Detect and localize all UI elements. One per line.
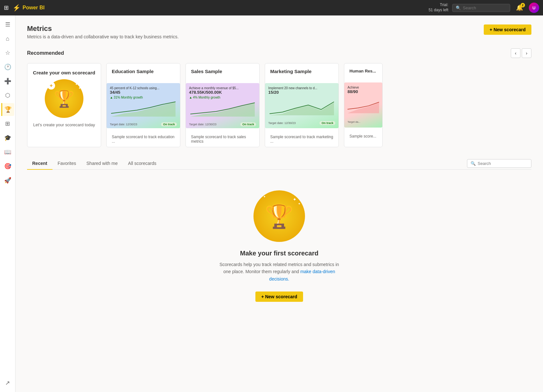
sparkle-2: ✦ — [78, 86, 81, 90]
tab-search-container[interactable]: 🔍 — [467, 159, 531, 168]
empty-trophy-circle: ✦ ✦ ✦ 🏆 — [253, 190, 305, 242]
tabs-bar: Recent Favorites Shared with me All scor… — [27, 158, 531, 170]
mkt-chart — [268, 99, 335, 116]
new-scorecard-button[interactable]: + New scorecard — [484, 24, 531, 35]
hr-desc: Sample score... — [344, 131, 382, 142]
tab-shared[interactable]: Shared with me — [81, 158, 123, 170]
marketing-sample-card[interactable]: Marketing Sample Implement 20 new channe… — [265, 63, 339, 147]
edu-status: On track — [161, 122, 177, 126]
sidebar-item-home[interactable]: ⌂ — [1, 32, 14, 45]
topbar-search[interactable]: 🔍 — [452, 4, 510, 12]
human-resources-card[interactable]: Human Res... Achieve 88/90 — [344, 63, 383, 147]
sidebar-item-browse[interactable]: 📖 — [1, 146, 14, 158]
sidebar-item-learn[interactable]: 🎓 — [1, 131, 14, 144]
edu-metric-value: 34/45 — [110, 90, 177, 95]
education-preview: 45 percent of K-12 schools using... 34/4… — [107, 83, 180, 128]
page-header-text: Metrics Metrics is a data-driven and col… — [27, 24, 179, 39]
cards-container: Create your own scorecard + ✦ ✦ 🏆 Let's … — [27, 63, 531, 147]
marketing-preview: Implement 20 new channels to d... 15/20 … — [265, 83, 338, 128]
create-card-desc: Let's create your scorecard today — [33, 122, 95, 127]
sidebar-item-collapse[interactable]: ↗ — [1, 377, 14, 389]
sales-card-title: Sales Sample — [191, 69, 254, 74]
sales-sample-card[interactable]: Sales Sample Achieve a monthly revenue o… — [186, 63, 260, 147]
nav-arrows: ‹ › — [511, 48, 531, 58]
plus-icon: + — [47, 82, 55, 90]
sales-bottom: Target date: 12/30/23 On track — [186, 120, 259, 128]
tab-all[interactable]: All scorecards — [123, 158, 162, 170]
empty-trophy-icon: 🏆 — [265, 203, 294, 230]
sales-metric-value: 478.55K/500.00K — [189, 90, 256, 95]
hr-card-title: Human Res... — [349, 69, 377, 73]
edu-chart — [110, 100, 177, 117]
empty-state: ✦ ✦ ✦ 🏆 Make your first scorecard Scorec… — [27, 177, 531, 315]
svg-marker-3 — [348, 103, 379, 113]
hr-preview: Achieve 88/90 Target da... — [344, 82, 382, 128]
sales-status: On track — [240, 122, 256, 126]
prev-arrow[interactable]: ‹ — [511, 48, 520, 58]
sidebar-item-goals[interactable]: 🎯 — [1, 160, 14, 173]
empty-sparkle-3: ✦ — [263, 195, 266, 198]
education-card-title: Education Sample — [112, 69, 175, 74]
sidebar: ☰ ⌂ ☆ 🕐 ➕ ⬡ 🏆 ⊞ 🎓 📖 🎯 🚀 ↗ — [0, 15, 15, 392]
grid-icon[interactable]: ⊞ — [4, 4, 9, 11]
trophy-icon: 🏆 — [54, 89, 75, 109]
edu-growth: ▲31% Monthly growth — [110, 96, 177, 99]
sidebar-item-metrics[interactable]: 🏆 — [1, 103, 14, 116]
page-header: Metrics Metrics is a data-driven and col… — [27, 24, 531, 39]
user-avatar[interactable]: U — [529, 3, 539, 13]
trial-info: Trial: 51 days left — [429, 3, 448, 13]
recommended-title: Recommended — [27, 50, 64, 56]
main-content: Metrics Metrics is a data-driven and col… — [15, 15, 543, 392]
empty-new-scorecard-button[interactable]: + New scorecard — [255, 292, 303, 302]
edu-bottom: Target date: 12/30/23 On track — [107, 120, 180, 128]
empty-desc: Scorecards help you track related metric… — [218, 261, 340, 282]
sales-chart — [189, 100, 256, 117]
sidebar-item-recent[interactable]: 🕐 — [1, 61, 14, 73]
search-input[interactable] — [463, 5, 507, 10]
sidebar-item-deployment[interactable]: 🚀 — [1, 174, 14, 187]
hr-metric-title: Achieve — [348, 86, 379, 89]
sidebar-item-menu[interactable]: ☰ — [1, 18, 14, 31]
marketing-card-title: Marketing Sample — [270, 69, 333, 74]
empty-sparkle-2: ✦ — [298, 202, 300, 206]
search-icon: 🔍 — [456, 5, 461, 10]
education-sample-card[interactable]: Education Sample 45 percent of K-12 scho… — [106, 63, 180, 147]
create-scorecard-card[interactable]: Create your own scorecard + ✦ ✦ 🏆 Let's … — [27, 63, 101, 147]
notification-bell[interactable]: 🔔 2 — [516, 4, 523, 11]
mkt-bottom: Target date: 12/30/23 On track — [265, 119, 338, 127]
tab-search-input[interactable] — [478, 161, 528, 166]
sidebar-item-create[interactable]: ➕ — [1, 75, 14, 88]
education-desc: Sample scorecard to track education ... — [107, 131, 180, 147]
next-arrow[interactable]: › — [522, 48, 531, 58]
mkt-status: On track — [319, 121, 335, 125]
app-logo: ⚡ Power BI — [13, 4, 44, 12]
svg-marker-0 — [111, 102, 176, 117]
empty-title: Make your first scorecard — [240, 250, 318, 257]
tab-search-icon: 🔍 — [471, 161, 476, 166]
sales-metric-title: Achieve a monthly revenue of $5... — [189, 86, 256, 90]
topbar: ⊞ ⚡ Power BI Trial: 51 days left 🔍 🔔 2 U — [0, 0, 543, 15]
sidebar-item-favorites[interactable]: ☆ — [1, 46, 14, 59]
make-decisions-link[interactable]: make data-driven decisions. — [269, 269, 335, 281]
create-card-title: Create your own scorecard — [33, 70, 95, 75]
mkt-metric-value: 15/20 — [268, 90, 335, 95]
hr-bottom: Target da... — [344, 119, 382, 125]
recommended-header: Recommended ‹ › — [27, 48, 531, 58]
sidebar-item-apps[interactable]: ⊞ — [1, 117, 14, 130]
tab-favorites[interactable]: Favorites — [52, 158, 81, 170]
page-subtitle: Metrics is a data-driven and collaborati… — [27, 34, 179, 39]
sales-preview: Achieve a monthly revenue of $5... 478.5… — [186, 83, 259, 128]
create-circle: + ✦ ✦ 🏆 — [45, 79, 83, 118]
edu-metric-title: 45 percent of K-12 schools using... — [110, 86, 177, 90]
sales-desc: Sample scorecard to track sales metrics — [186, 131, 259, 147]
marketing-desc: Sample scorecard to track marketing ... — [265, 131, 338, 147]
empty-sparkle-1: ✦ — [293, 197, 297, 202]
hr-metric-value: 88/90 — [348, 89, 379, 94]
main-layout: ☰ ⌂ ☆ 🕐 ➕ ⬡ 🏆 ⊞ 🎓 📖 🎯 🚀 ↗ Metrics Metric… — [0, 15, 543, 392]
notif-badge: 2 — [520, 3, 525, 7]
tab-recent[interactable]: Recent — [27, 158, 52, 170]
sales-growth: ▲4% Monthly growth — [189, 96, 256, 99]
page-title: Metrics — [27, 24, 179, 33]
sidebar-item-data[interactable]: ⬡ — [1, 89, 14, 102]
hr-chart — [348, 99, 379, 115]
